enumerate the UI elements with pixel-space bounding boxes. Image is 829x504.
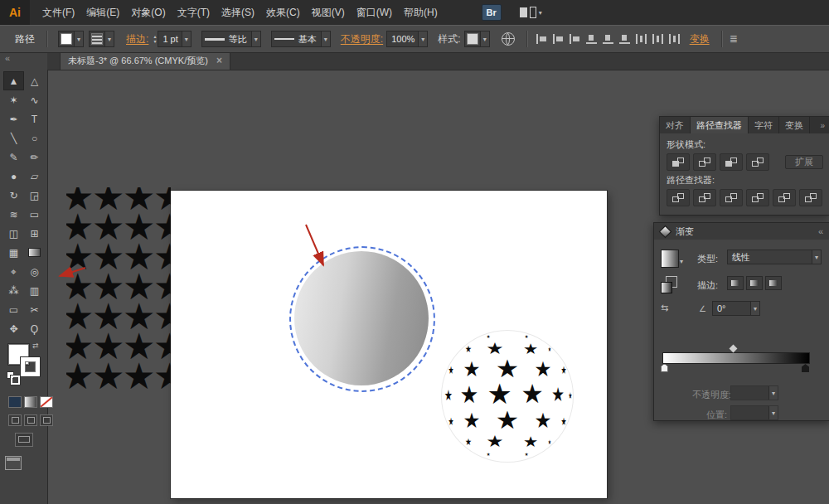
panel-overflow-icon[interactable]: »	[815, 117, 829, 133]
default-fill-stroke-icon[interactable]	[7, 371, 18, 383]
tab-align[interactable]: 对齐	[660, 117, 691, 133]
app-logo[interactable]: Ai	[0, 0, 30, 25]
gradient-along-stroke-icon[interactable]	[746, 276, 763, 290]
gradient-swatch-menu-icon[interactable]: ▾	[680, 258, 683, 265]
brush-definition-combo[interactable]: 基本▾	[271, 31, 331, 47]
slice-tool[interactable]: ✂	[24, 300, 45, 319]
stroke-link[interactable]: 描边:	[126, 32, 148, 46]
crop-button[interactable]	[746, 189, 769, 206]
menu-help[interactable]: 帮助(H)	[398, 0, 444, 25]
stroke-weight-stepper[interactable]: ▴▾	[153, 35, 156, 44]
opacity-link[interactable]: 不透明度:	[341, 32, 383, 46]
gradient-tool[interactable]	[24, 243, 45, 262]
gradient-opacity-dropdown[interactable]: ▾	[730, 385, 778, 400]
hand-tool[interactable]: ✥	[3, 319, 24, 338]
gradient-position-dropdown[interactable]: ▾	[730, 405, 778, 420]
trim-button[interactable]	[693, 189, 716, 206]
menu-object[interactable]: 对象(O)	[125, 0, 171, 25]
minus-back-button[interactable]	[799, 189, 822, 206]
draw-inside-button[interactable]	[40, 414, 53, 426]
screen-mode-button[interactable]	[15, 433, 33, 447]
menu-type[interactable]: 文字(T)	[172, 0, 216, 25]
merge-button[interactable]	[720, 189, 743, 206]
eraser-tool[interactable]: ▱	[24, 167, 45, 186]
swap-fill-stroke-icon[interactable]: ⇄	[32, 342, 39, 350]
zoom-tool[interactable]: Ϙ	[24, 319, 45, 338]
pencil-tool[interactable]: ✏	[24, 148, 45, 167]
symbol-sprayer-tool[interactable]: ⁂	[3, 281, 24, 300]
blend-tool[interactable]: ◎	[24, 262, 45, 281]
color-button[interactable]	[8, 396, 22, 408]
gradient-across-stroke-icon[interactable]	[765, 276, 782, 290]
line-segment-tool[interactable]: ╲	[3, 128, 24, 148]
eyedropper-tool[interactable]: ⌖	[3, 262, 24, 281]
align-left-icon[interactable]	[536, 34, 547, 44]
tools-collapse-icon[interactable]: «	[0, 51, 47, 70]
direct-selection-tool[interactable]: △	[24, 71, 45, 90]
rotate-tool[interactable]: ↻	[3, 186, 24, 205]
close-tab-icon[interactable]: ×	[216, 55, 222, 66]
gradient-panel-header[interactable]: 渐变 «	[654, 223, 829, 240]
unite-button[interactable]	[667, 153, 690, 171]
distribute-center-icon[interactable]	[652, 34, 663, 44]
gradient-angle-dropdown[interactable]: 0°▾	[712, 301, 760, 316]
menu-select[interactable]: 选择(S)	[216, 0, 260, 25]
gradient-collapse-icon[interactable]: «	[818, 226, 823, 236]
fill-color-combo[interactable]: ▾	[58, 31, 84, 47]
style-combo[interactable]: ▾	[464, 31, 490, 47]
scale-tool[interactable]: ◲	[24, 186, 45, 205]
gradient-button[interactable]	[24, 396, 37, 408]
mesh-tool[interactable]: ▦	[3, 243, 24, 262]
draw-behind-button[interactable]	[24, 414, 37, 426]
width-tool[interactable]: ≋	[3, 205, 24, 224]
stroke-weight-field[interactable]: 1 pt▾	[158, 31, 191, 47]
menu-window[interactable]: 窗口(W)	[351, 0, 398, 25]
selection-tool[interactable]: ▲	[3, 71, 24, 90]
align-top-icon[interactable]	[586, 34, 597, 44]
fill-stroke-boxes-icon[interactable]	[661, 276, 677, 293]
pen-tool[interactable]: ✒	[3, 109, 24, 128]
width-profile-combo[interactable]: 等比▾	[201, 31, 261, 47]
gradient-midpoint[interactable]	[730, 345, 738, 353]
draw-normal-button[interactable]	[8, 414, 22, 426]
transform-link[interactable]: 变换	[690, 32, 710, 46]
menu-edit[interactable]: 编辑(E)	[80, 0, 125, 25]
align-h-center-icon[interactable]	[553, 34, 564, 44]
distribute-left-icon[interactable]	[636, 34, 647, 44]
tab-character[interactable]: 字符	[749, 117, 779, 133]
workspace-switcher-icon[interactable]: ▾	[520, 7, 542, 18]
gradient-type-dropdown[interactable]: 线性▾	[727, 250, 822, 264]
document-tab[interactable]: 未标题-3* @ 66.67% (CMYK/预览) ×	[60, 51, 230, 70]
paintbrush-tool[interactable]: ✎	[3, 148, 24, 167]
align-bottom-icon[interactable]	[619, 34, 630, 44]
minus-front-button[interactable]	[693, 153, 716, 171]
lasso-tool[interactable]: ∿	[24, 90, 45, 109]
magic-wand-tool[interactable]: ✶	[3, 90, 24, 109]
gradient-within-stroke-icon[interactable]	[727, 276, 744, 290]
free-transform-tool[interactable]: ▭	[24, 205, 45, 224]
menu-view[interactable]: 视图(V)	[306, 0, 351, 25]
more-options-icon[interactable]: ≣	[730, 33, 738, 45]
stroke-color-combo[interactable]: ▾	[89, 31, 114, 47]
reverse-gradient-icon[interactable]: ⇆	[661, 303, 668, 313]
globe-icon[interactable]	[502, 32, 515, 46]
gradient-stop-left[interactable]	[661, 364, 668, 372]
gradient-fill-swatch[interactable]	[661, 250, 679, 268]
opacity-field[interactable]: 100%▾	[386, 31, 428, 47]
stroke-swatch[interactable]	[21, 357, 40, 376]
outline-button[interactable]	[773, 189, 796, 206]
distribute-right-icon[interactable]	[669, 34, 680, 44]
perspective-grid-tool[interactable]: ⊞	[24, 224, 45, 243]
column-graph-tool[interactable]: ▥	[24, 281, 45, 300]
align-right-icon[interactable]	[570, 34, 580, 44]
blob-brush-tool[interactable]: ●	[3, 167, 24, 186]
star-sphere-pattern[interactable]: ★★★★★★★★★★★★★★★★★★★★★★★★★★★★	[441, 330, 574, 463]
intersect-button[interactable]	[720, 153, 743, 171]
type-tool[interactable]: T	[24, 109, 45, 128]
ellipse-tool[interactable]: ○	[24, 128, 45, 148]
align-v-center-icon[interactable]	[603, 34, 613, 44]
divide-button[interactable]	[667, 189, 690, 206]
gradient-stop-right[interactable]	[802, 364, 809, 372]
exclude-button[interactable]	[746, 153, 769, 171]
expand-button[interactable]: 扩展	[785, 155, 823, 169]
